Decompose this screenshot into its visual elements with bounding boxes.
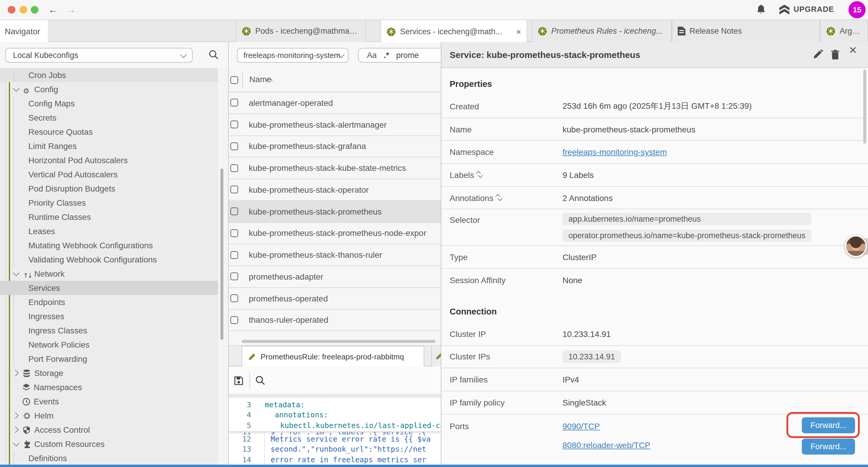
select-all-checkbox[interactable] (230, 76, 238, 84)
next-editor-tab-sliver[interactable] (431, 346, 441, 367)
sidebar-item-mutating-webhook-configurations[interactable]: Mutating Webhook Configurations (0, 238, 218, 253)
match-case-toggle[interactable]: Aa (367, 51, 377, 60)
table-row[interactable]: prometheus-adapter (229, 266, 441, 288)
namespace-link[interactable]: freeleaps-monitoring-system (562, 147, 667, 157)
sidebar-item-port-forwarding[interactable]: Port Forwarding (0, 352, 218, 366)
sidebar-item-network-policies[interactable]: Network Policies (0, 338, 218, 352)
filter-input[interactable]: Aa .* prome (358, 48, 441, 63)
minimize-dot[interactable] (19, 6, 27, 13)
chevron-down-icon[interactable] (13, 269, 20, 276)
row-checkbox[interactable] (230, 229, 238, 237)
upgrade-chevrons-icon[interactable] (779, 4, 790, 16)
sidebar-item-services[interactable]: Services (0, 281, 218, 295)
horizontal-scrollbar-thumb[interactable] (242, 340, 435, 343)
sidebar-item-secrets[interactable]: Secrets (0, 111, 218, 125)
sidebar-item-priority-classes[interactable]: Priority Classes (0, 196, 218, 210)
sort-updown-icon[interactable] (497, 194, 500, 202)
delete-trash-icon[interactable] (831, 50, 840, 60)
maximize-dot[interactable] (30, 6, 38, 13)
chevron-right-icon[interactable] (12, 412, 19, 419)
sidebar-item-endpoints[interactable]: Endpoints (0, 295, 218, 309)
port-forward-link[interactable]: 9090/TCP (562, 421, 650, 431)
kubeconfig-select[interactable]: Local Kubeconfigs (5, 48, 193, 63)
sidebar-group-custom-resources[interactable]: Custom Resources (0, 437, 218, 451)
table-header[interactable]: Name (229, 68, 441, 92)
edit-pencil-icon[interactable] (813, 50, 823, 60)
prometheusrule-editor-tab[interactable]: PrometheusRule: freeleaps-prod-rabbitmq (242, 346, 424, 367)
row-checkbox[interactable] (230, 294, 238, 302)
row-checkbox[interactable] (230, 143, 238, 150)
sidebar-group-config[interactable]: ⚙Config (0, 82, 218, 96)
sidebar-item-ingress-classes[interactable]: Ingress Classes (0, 323, 218, 338)
sidebar-item-ingresses[interactable]: Ingresses (0, 309, 218, 323)
detail-scrollbar-thumb[interactable] (863, 70, 866, 144)
table-row[interactable]: kube-prometheus-stack-alertmanager (229, 114, 441, 136)
sidebar-search-icon[interactable] (209, 50, 219, 60)
sidebar-group-helm[interactable]: Helm (0, 408, 218, 423)
table-row[interactable]: kube-prometheus-stack-kube-state-metrics (229, 157, 441, 179)
chevron-right-icon[interactable] (12, 370, 19, 377)
tab-services[interactable]: Services - icecheng@math...× (380, 20, 527, 42)
chevron-down-icon[interactable] (13, 440, 20, 447)
navigator-panel-tab[interactable]: Navigator (0, 20, 48, 42)
tab-pods[interactable]: Pods - icecheng@mathmas... (236, 20, 366, 42)
close-dot[interactable] (7, 6, 15, 13)
row-checkbox[interactable] (230, 186, 238, 194)
sidebar-group-storage[interactable]: Storage (0, 366, 218, 380)
notification-badge[interactable]: 15 (848, 1, 866, 18)
sidebar-item-pod-disruption-budgets[interactable]: Pod Disruption Budgets (0, 181, 218, 196)
sidebar-scrollbar-thumb[interactable] (220, 169, 223, 340)
row-checkbox[interactable] (230, 207, 238, 215)
close-icon[interactable]: × (849, 42, 857, 58)
tab-prometheus[interactable]: Prometheus Rules - icecheng... (532, 20, 672, 42)
table-row[interactable]: prometheus-operated (229, 288, 441, 310)
row-checkbox[interactable] (230, 99, 238, 107)
namespace-select[interactable]: freeleaps-monitoring-system (237, 48, 349, 63)
table-row[interactable]: thanos-ruler-operated (229, 310, 441, 331)
forward-arrow-button[interactable]: → (64, 3, 78, 17)
sidebar-item-cron-jobs[interactable]: Cron Jobs (0, 68, 218, 82)
sidebar-group-access-control[interactable]: Access Control (0, 423, 218, 437)
sidebar-item-definitions[interactable]: Definitions (0, 451, 218, 465)
sidebar-group-network[interactable]: ↑↓Network (0, 267, 218, 281)
sidebar-group-events[interactable]: Events (0, 394, 218, 408)
table-row[interactable]: kube-prometheus-stack-thanos-ruler (229, 244, 441, 266)
sidebar-item-resource-quotas[interactable]: Resource Quotas (0, 125, 218, 139)
row-checkbox[interactable] (230, 316, 238, 324)
sidebar-item-leases[interactable]: Leases (0, 224, 218, 238)
sidebar-item-limit-ranges[interactable]: Limit Ranges (0, 139, 218, 153)
yaml-editor[interactable]: 3metadata:4annotations:5kubectl.kubernet… (229, 398, 441, 465)
sidebar-item-runtime-classes[interactable]: Runtime Classes (0, 210, 218, 224)
port-forward-link[interactable]: 8080:reloader-web/TCP (562, 440, 650, 449)
table-row[interactable]: kube-prometheus-stack-prometheus-node-ex… (229, 223, 441, 244)
sidebar-group-namespaces[interactable]: Namespaces (0, 380, 218, 394)
row-checkbox[interactable] (230, 273, 238, 281)
table-row[interactable]: kube-prometheus-stack-prometheus (229, 201, 441, 223)
save-icon[interactable] (234, 376, 243, 385)
chevron-down-icon[interactable] (13, 85, 20, 92)
sidebar-item-validating-webhook-configurations[interactable]: Validating Webhook Configurations (0, 253, 218, 267)
editor-search-icon[interactable] (255, 375, 265, 385)
notifications-bell-icon[interactable] (756, 4, 766, 15)
sidebar-scrollbar[interactable] (218, 68, 228, 465)
forward-button[interactable]: Forward... (802, 439, 855, 455)
upgrade-button[interactable]: UPGRADE (794, 5, 834, 13)
sidebar-item-horizontal-pod-autoscalers[interactable]: Horizontal Pod Autoscalers (0, 153, 218, 167)
tree-item-label: Network (34, 269, 65, 279)
chevron-right-icon[interactable] (12, 427, 19, 433)
tab-argo[interactable]: Argo Se (820, 20, 868, 42)
regex-toggle[interactable]: .* (384, 51, 389, 60)
tab-close-icon[interactable]: × (516, 26, 521, 36)
sidebar-item-vertical-pod-autoscalers[interactable]: Vertical Pod Autoscalers (0, 167, 218, 181)
sidebar-item-config-maps[interactable]: Config Maps (0, 96, 218, 111)
row-checkbox[interactable] (230, 251, 238, 259)
table-row[interactable]: kube-prometheus-stack-operator (229, 179, 441, 201)
table-row[interactable]: kube-prometheus-stack-grafana (229, 136, 441, 157)
tab-release[interactable]: Release Notes (672, 20, 820, 42)
table-row[interactable]: alertmanager-operated (229, 92, 441, 114)
row-checkbox[interactable] (230, 121, 238, 128)
user-avatar[interactable] (845, 235, 867, 257)
sort-updown-icon[interactable] (478, 171, 481, 179)
back-arrow-button[interactable]: ← (46, 3, 60, 17)
row-checkbox[interactable] (230, 164, 238, 172)
